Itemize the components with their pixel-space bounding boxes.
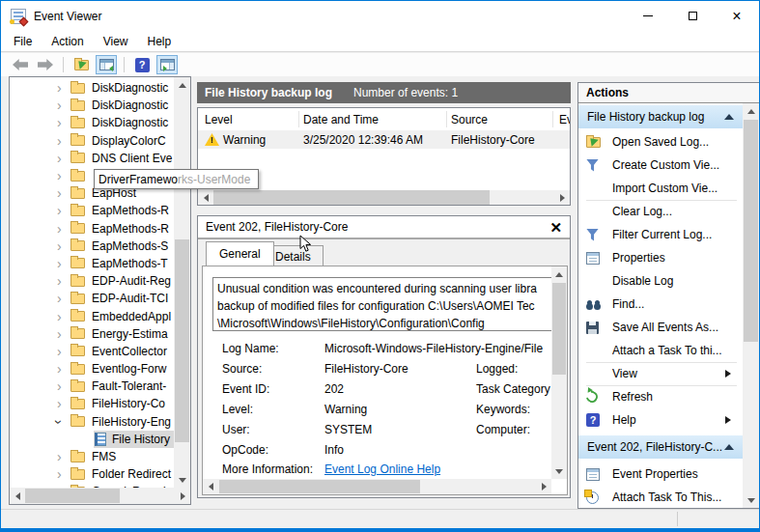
scrollbar-thumb[interactable] bbox=[552, 283, 566, 375]
scroll-up-button[interactable] bbox=[175, 77, 189, 92]
tree-item[interactable]: EDP-Audit-TCI bbox=[10, 290, 174, 307]
tree-item[interactable]: EapMethods-S bbox=[10, 238, 174, 255]
scroll-up-button[interactable] bbox=[744, 103, 758, 118]
chevron-right-icon[interactable] bbox=[57, 241, 70, 251]
scroll-up-button[interactable] bbox=[551, 266, 567, 281]
chevron-right-icon[interactable] bbox=[57, 136, 70, 146]
scroll-right-button[interactable] bbox=[555, 190, 570, 205]
tree-item[interactable]: DiskDiagnostic bbox=[10, 114, 174, 131]
list-horizontal-scrollbar[interactable] bbox=[198, 190, 570, 205]
column-separator[interactable] bbox=[298, 111, 299, 127]
menu-view[interactable]: View bbox=[94, 31, 138, 52]
tree-item[interactable]: EapMethods-R bbox=[10, 202, 174, 219]
chevron-right-icon[interactable] bbox=[57, 329, 70, 339]
chevron-right-icon[interactable] bbox=[57, 469, 70, 479]
tree-item-file-history-selected[interactable]: File History bbox=[10, 431, 174, 448]
chevron-down-icon[interactable] bbox=[57, 417, 70, 427]
actions-section-file-history-log[interactable]: File History backup log bbox=[578, 105, 743, 128]
maximize-button[interactable] bbox=[670, 1, 715, 31]
action-disable-log[interactable]: Disable Log bbox=[578, 269, 743, 293]
chevron-right-icon[interactable] bbox=[57, 83, 70, 93]
action-create-custom-view[interactable]: Create Custom Vie... bbox=[578, 154, 743, 177]
tree-item[interactable]: DiskDiagnostic bbox=[10, 97, 174, 114]
event-log-online-help-link[interactable]: Event Log Online Help bbox=[324, 462, 440, 476]
action-help[interactable]: Help bbox=[578, 408, 743, 432]
actions-vertical-scrollbar[interactable] bbox=[743, 103, 759, 508]
tree-item[interactable]: DisplayColorC bbox=[10, 132, 174, 150]
tree-item[interactable]: EmbeddedAppl bbox=[10, 307, 174, 324]
action-import-custom-view[interactable]: Import Custom Vie... bbox=[578, 177, 743, 200]
action-save-all-events[interactable]: Save All Events As... bbox=[578, 316, 743, 339]
chevron-right-icon[interactable] bbox=[57, 259, 70, 268]
forward-button[interactable] bbox=[35, 55, 56, 74]
tree-item[interactable]: EapMethods-T bbox=[10, 255, 174, 272]
chevron-right-icon[interactable] bbox=[57, 118, 70, 127]
action-properties[interactable]: Properties bbox=[578, 246, 743, 269]
menu-help[interactable]: Help bbox=[138, 31, 182, 52]
action-clear-log[interactable]: Clear Log... bbox=[578, 200, 743, 223]
chevron-right-icon[interactable] bbox=[57, 224, 70, 234]
action-filter-current-log[interactable]: Filter Current Log... bbox=[578, 223, 743, 246]
chevron-right-icon[interactable] bbox=[57, 312, 70, 322]
minimize-button[interactable] bbox=[626, 1, 670, 31]
action-open-saved-log[interactable]: Open Saved Log... bbox=[578, 130, 743, 154]
column-separator[interactable] bbox=[446, 111, 447, 127]
close-button[interactable]: × bbox=[715, 1, 759, 31]
chevron-right-icon[interactable] bbox=[57, 381, 70, 391]
tree-item[interactable]: Energy-Estima bbox=[10, 325, 174, 343]
action-refresh[interactable]: Refresh bbox=[578, 385, 743, 408]
preview-close-icon[interactable]: ✕ bbox=[549, 220, 562, 235]
chevron-right-icon[interactable] bbox=[57, 154, 70, 163]
tree-vertical-scrollbar[interactable] bbox=[174, 77, 190, 488]
action-event-properties[interactable]: Event Properties bbox=[578, 462, 743, 486]
action-attach-task-to-log[interactable]: Attach a Task To thi... bbox=[578, 339, 743, 362]
column-date[interactable]: Date and Time bbox=[303, 113, 379, 126]
event-row[interactable]: Warning 3/25/2020 12:39:46 AM FileHistor… bbox=[198, 130, 570, 149]
help-button[interactable] bbox=[131, 55, 153, 74]
tree-item[interactable]: Eventlog-Forw bbox=[10, 360, 174, 378]
action-attach-task-to-event[interactable]: Attach Task To This... bbox=[578, 486, 743, 508]
tree-item[interactable]: Fault-Tolerant- bbox=[10, 378, 174, 395]
tree-item[interactable]: Folder Redirect bbox=[10, 465, 174, 483]
chevron-right-icon[interactable] bbox=[57, 171, 70, 181]
scroll-right-button[interactable] bbox=[537, 479, 551, 494]
scrollbar-thumb[interactable] bbox=[744, 120, 758, 342]
column-level[interactable]: Level bbox=[205, 113, 233, 126]
scroll-left-button[interactable] bbox=[10, 489, 24, 503]
scroll-left-button[interactable] bbox=[203, 479, 217, 494]
tree-item-filehistory-engine[interactable]: FileHistory-Eng bbox=[10, 413, 174, 431]
column-event-id[interactable]: Event ID bbox=[559, 113, 571, 126]
scroll-right-button[interactable] bbox=[176, 489, 190, 503]
scroll-left-button[interactable] bbox=[198, 190, 212, 205]
preview-vertical-scrollbar[interactable] bbox=[551, 266, 567, 479]
tree-horizontal-scrollbar[interactable] bbox=[10, 488, 190, 504]
menu-action[interactable]: Action bbox=[42, 31, 93, 52]
tab-general[interactable]: General bbox=[206, 241, 274, 266]
column-separator[interactable] bbox=[552, 111, 553, 127]
scrollbar-thumb[interactable] bbox=[213, 190, 490, 205]
scrollbar-thumb[interactable] bbox=[25, 489, 120, 503]
column-source[interactable]: Source bbox=[451, 113, 488, 126]
scroll-down-button[interactable] bbox=[175, 473, 189, 488]
tree-item[interactable]: FMS bbox=[10, 448, 174, 465]
preview-horizontal-scrollbar[interactable] bbox=[203, 479, 551, 494]
chevron-right-icon[interactable] bbox=[57, 100, 70, 110]
chevron-right-icon[interactable] bbox=[57, 347, 70, 356]
tree-item[interactable]: EventCollector bbox=[10, 343, 174, 360]
action-view[interactable]: View bbox=[578, 362, 743, 385]
actions-section-event-202[interactable]: Event 202, FileHistory-C... bbox=[578, 435, 743, 459]
chevron-right-icon[interactable] bbox=[57, 399, 70, 408]
back-button[interactable] bbox=[10, 55, 31, 74]
export-log-button[interactable] bbox=[70, 55, 92, 74]
tree-item[interactable]: EDP-Audit-Reg bbox=[10, 272, 174, 290]
tree-item[interactable]: FileHistory-Co bbox=[10, 395, 174, 412]
event-description[interactable]: Unusual condition was encountered during… bbox=[212, 277, 552, 331]
scrollbar-thumb[interactable] bbox=[175, 239, 189, 442]
chevron-right-icon[interactable] bbox=[57, 452, 70, 462]
scroll-down-button[interactable] bbox=[551, 464, 567, 479]
tree-item[interactable]: EapMethods-R bbox=[10, 220, 174, 238]
chevron-right-icon[interactable] bbox=[57, 294, 70, 303]
tree-item[interactable]: DNS Client Eve bbox=[10, 150, 174, 167]
tree-item[interactable]: DiskDiagnostic bbox=[10, 79, 174, 97]
collapse-section-icon[interactable] bbox=[724, 439, 734, 450]
